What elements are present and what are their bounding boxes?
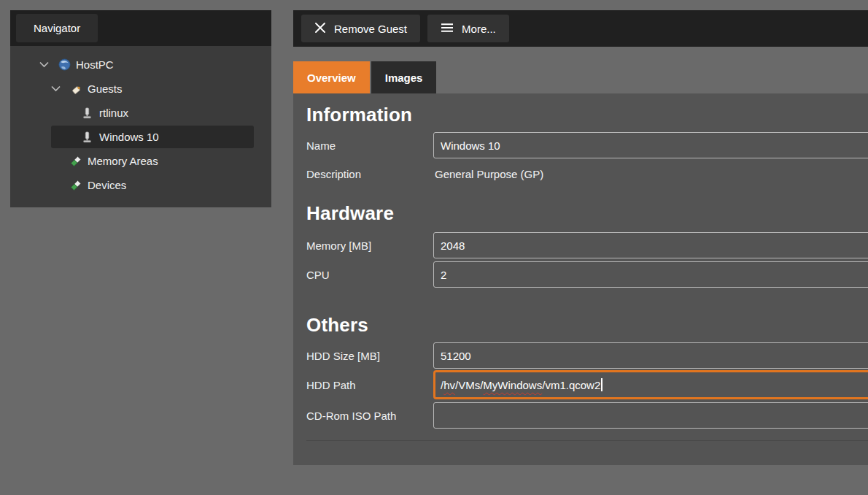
remove-guest-label: Remove Guest (334, 23, 407, 35)
tab-overview[interactable]: Overview (293, 61, 370, 93)
host-globe-icon (58, 58, 76, 71)
chevron-down-icon[interactable] (51, 85, 70, 92)
navigator-header: Navigator (10, 10, 271, 46)
cpu-label: CPU (306, 269, 433, 281)
chevron-down-icon[interactable] (39, 61, 58, 68)
cdrom-field-row: CD-Rom ISO Path (306, 402, 868, 429)
hardware-heading: Hardware (306, 202, 868, 225)
tree-item-label: HostPC (76, 58, 114, 71)
cpu-field-row: CPU (306, 261, 868, 288)
remove-guest-button[interactable]: Remove Guest (301, 15, 420, 42)
tree-item-hostpc[interactable]: HostPC (10, 53, 271, 77)
cpu-input[interactable] (433, 261, 868, 288)
hdd-size-label: HDD Size [MB] (306, 350, 433, 362)
close-icon (314, 22, 326, 36)
vm-icon (82, 131, 99, 143)
cdrom-input[interactable] (433, 402, 868, 429)
vm-icon (82, 107, 99, 119)
tree-item-guests[interactable]: Guests (10, 77, 271, 101)
description-value: General Purpose (GP) (433, 168, 868, 180)
tree-item-label: Devices (88, 179, 126, 191)
memory-input[interactable] (433, 232, 868, 258)
tree-item-memory-areas[interactable]: Memory Areas (10, 149, 271, 173)
tree-item-devices[interactable]: Devices (10, 173, 271, 197)
navigator-title[interactable]: Navigator (16, 14, 98, 42)
tree-item-label: rtlinux (99, 107, 128, 119)
description-label: Description (306, 168, 433, 180)
hdd-path-field-row: HDD Path /hv/VMs/MyWindows/vm1.qcow2 (306, 370, 868, 399)
tree-item-label: Guests (88, 82, 123, 95)
tab-bar: Overview Images (293, 61, 436, 93)
hdd-path-text: /hv/VMs/MyWindows/vm1.qcow2 (441, 379, 600, 391)
more-label: More... (462, 23, 496, 35)
text-caret (601, 378, 602, 391)
tab-overview-label: Overview (307, 72, 356, 84)
memory-field-row: Memory [MB] (306, 232, 868, 258)
navigator-panel: Navigator HostPC (10, 10, 271, 207)
tree-item-label: Memory Areas (88, 155, 158, 167)
tree-item-windows10[interactable]: Windows 10 (51, 126, 254, 148)
overview-panel: Information Name Description General Pur… (293, 93, 868, 465)
tab-images[interactable]: Images (371, 61, 437, 93)
section-divider (306, 440, 868, 441)
information-heading: Information (306, 104, 868, 126)
toolbar: Remove Guest More... (293, 10, 868, 47)
memory-label: Memory [MB] (306, 239, 433, 252)
navigator-title-label: Navigator (34, 22, 80, 34)
tree-item-rtlinux[interactable]: rtlinux (10, 101, 271, 125)
more-button[interactable]: More... (427, 15, 509, 42)
name-input[interactable] (433, 132, 868, 158)
hdd-size-input[interactable] (433, 342, 868, 369)
menu-icon (441, 23, 454, 35)
cdrom-label: CD-Rom ISO Path (306, 410, 433, 422)
tree-item-label: Windows 10 (99, 131, 159, 143)
others-heading: Others (306, 314, 868, 337)
name-field-row: Name (306, 132, 868, 158)
module-icon (70, 156, 88, 167)
tab-images-label: Images (385, 72, 423, 84)
hdd-size-field-row: HDD Size [MB] (306, 342, 868, 369)
module-icon (70, 180, 88, 191)
name-label: Name (306, 139, 433, 152)
hdd-path-label: HDD Path (306, 379, 433, 391)
navigator-tree: HostPC Guests (10, 46, 271, 197)
guests-icon (70, 83, 88, 95)
description-field-row: Description General Purpose (GP) (306, 164, 868, 183)
hdd-path-input[interactable]: /hv/VMs/MyWindows/vm1.qcow2 (433, 370, 868, 399)
